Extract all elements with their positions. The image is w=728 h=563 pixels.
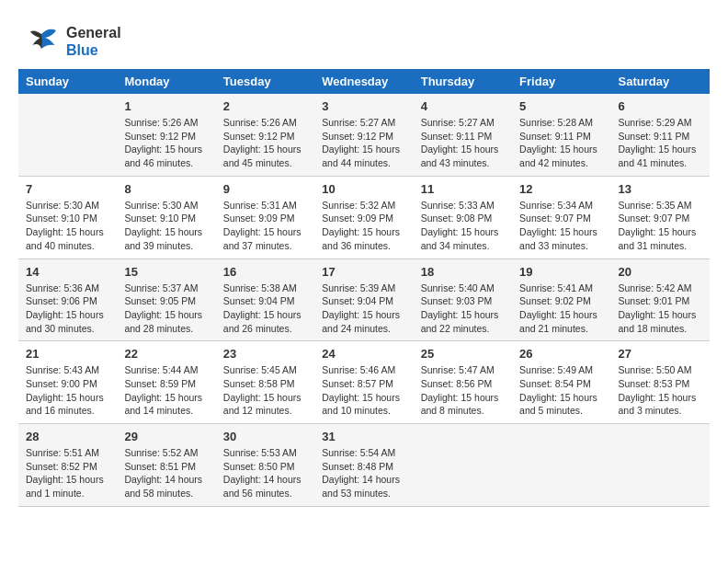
day-number: 31 <box>322 430 405 443</box>
calendar-cell: 18Sunrise: 5:40 AM Sunset: 9:03 PM Dayli… <box>414 259 512 341</box>
day-number: 19 <box>519 265 603 279</box>
day-number: 12 <box>519 182 603 196</box>
day-info: Sunrise: 5:49 AM Sunset: 8:54 PM Dayligh… <box>519 363 603 418</box>
day-info: Sunrise: 5:42 AM Sunset: 9:01 PM Dayligh… <box>619 282 702 336</box>
day-info: Sunrise: 5:47 AM Sunset: 8:56 PM Dayligh… <box>421 363 505 418</box>
calendar-cell: 19Sunrise: 5:41 AM Sunset: 9:02 PM Dayli… <box>512 259 610 341</box>
calendar-cell: 20Sunrise: 5:42 AM Sunset: 9:01 PM Dayli… <box>611 259 710 341</box>
calendar-cell: 8Sunrise: 5:30 AM Sunset: 9:10 PM Daylig… <box>117 176 215 259</box>
calendar-cell: 4Sunrise: 5:27 AM Sunset: 9:11 PM Daylig… <box>414 94 512 176</box>
calendar-cell <box>18 94 117 176</box>
day-info: Sunrise: 5:26 AM Sunset: 9:12 PM Dayligh… <box>124 116 208 170</box>
calendar-cell <box>611 424 710 507</box>
day-info: Sunrise: 5:27 AM Sunset: 9:11 PM Dayligh… <box>421 116 505 170</box>
logo: General Blue <box>18 23 121 60</box>
day-info: Sunrise: 5:30 AM Sunset: 9:10 PM Dayligh… <box>26 199 109 253</box>
day-info: Sunrise: 5:32 AM Sunset: 9:09 PM Dayligh… <box>322 199 405 253</box>
day-info: Sunrise: 5:34 AM Sunset: 9:07 PM Dayligh… <box>519 199 603 253</box>
day-info: Sunrise: 5:33 AM Sunset: 9:08 PM Dayligh… <box>421 199 505 253</box>
day-number: 5 <box>519 99 603 113</box>
calendar-cell: 9Sunrise: 5:31 AM Sunset: 9:09 PM Daylig… <box>216 176 314 259</box>
day-info: Sunrise: 5:46 AM Sunset: 8:57 PM Dayligh… <box>322 363 405 418</box>
day-number: 2 <box>223 99 307 113</box>
calendar-cell: 25Sunrise: 5:47 AM Sunset: 8:56 PM Dayli… <box>414 341 512 424</box>
calendar-cell: 26Sunrise: 5:49 AM Sunset: 8:54 PM Dayli… <box>512 341 610 424</box>
calendar-cell: 31Sunrise: 5:54 AM Sunset: 8:48 PM Dayli… <box>314 424 413 507</box>
calendar-cell: 30Sunrise: 5:53 AM Sunset: 8:50 PM Dayli… <box>216 424 314 507</box>
day-info: Sunrise: 5:28 AM Sunset: 9:11 PM Dayligh… <box>519 116 603 170</box>
calendar-cell: 2Sunrise: 5:26 AM Sunset: 9:12 PM Daylig… <box>216 94 314 176</box>
day-number: 16 <box>223 265 307 279</box>
day-number: 22 <box>124 347 208 361</box>
day-info: Sunrise: 5:39 AM Sunset: 9:04 PM Dayligh… <box>322 282 405 336</box>
day-number: 21 <box>26 347 109 361</box>
day-info: Sunrise: 5:37 AM Sunset: 9:05 PM Dayligh… <box>124 282 208 336</box>
day-info: Sunrise: 5:29 AM Sunset: 9:11 PM Dayligh… <box>619 116 702 170</box>
day-number: 4 <box>421 99 505 113</box>
calendar-cell: 12Sunrise: 5:34 AM Sunset: 9:07 PM Dayli… <box>512 176 610 259</box>
day-info: Sunrise: 5:44 AM Sunset: 8:59 PM Dayligh… <box>124 363 208 418</box>
day-info: Sunrise: 5:54 AM Sunset: 8:48 PM Dayligh… <box>322 446 405 500</box>
day-number: 13 <box>619 182 702 196</box>
calendar-cell: 14Sunrise: 5:36 AM Sunset: 9:06 PM Dayli… <box>18 259 117 341</box>
calendar-cell: 3Sunrise: 5:27 AM Sunset: 9:12 PM Daylig… <box>314 94 413 176</box>
day-number: 9 <box>223 182 307 196</box>
day-number: 24 <box>322 347 405 361</box>
logo-text: General Blue <box>66 24 121 59</box>
day-number: 23 <box>223 347 307 361</box>
weekday-header-row: SundayMondayTuesdayWednesdayThursdayFrid… <box>18 69 710 94</box>
day-number: 18 <box>421 265 505 279</box>
day-number: 6 <box>619 99 702 113</box>
day-number: 14 <box>26 265 109 279</box>
logo-icon <box>18 23 64 60</box>
calendar-week-row: 21Sunrise: 5:43 AM Sunset: 9:00 PM Dayli… <box>18 341 710 424</box>
calendar-cell: 22Sunrise: 5:44 AM Sunset: 8:59 PM Dayli… <box>117 341 215 424</box>
day-info: Sunrise: 5:30 AM Sunset: 9:10 PM Dayligh… <box>124 199 208 253</box>
calendar-cell: 10Sunrise: 5:32 AM Sunset: 9:09 PM Dayli… <box>314 176 413 259</box>
calendar-cell: 15Sunrise: 5:37 AM Sunset: 9:05 PM Dayli… <box>117 259 215 341</box>
day-info: Sunrise: 5:31 AM Sunset: 9:09 PM Dayligh… <box>223 199 307 253</box>
calendar-cell: 6Sunrise: 5:29 AM Sunset: 9:11 PM Daylig… <box>611 94 710 176</box>
day-info: Sunrise: 5:45 AM Sunset: 8:58 PM Dayligh… <box>223 363 307 418</box>
day-number: 17 <box>322 265 405 279</box>
weekday-header-cell: Wednesday <box>314 69 413 94</box>
weekday-header-cell: Saturday <box>611 69 710 94</box>
day-number: 8 <box>124 182 208 196</box>
day-info: Sunrise: 5:27 AM Sunset: 9:12 PM Dayligh… <box>322 116 405 170</box>
day-number: 3 <box>322 99 405 113</box>
calendar-week-row: 28Sunrise: 5:51 AM Sunset: 8:52 PM Dayli… <box>18 424 710 507</box>
calendar-cell: 16Sunrise: 5:38 AM Sunset: 9:04 PM Dayli… <box>216 259 314 341</box>
day-info: Sunrise: 5:51 AM Sunset: 8:52 PM Dayligh… <box>26 446 109 500</box>
calendar-cell: 5Sunrise: 5:28 AM Sunset: 9:11 PM Daylig… <box>512 94 610 176</box>
day-number: 26 <box>519 347 603 361</box>
weekday-header-cell: Sunday <box>18 69 117 94</box>
calendar-cell <box>512 424 610 507</box>
weekday-header-cell: Monday <box>117 69 215 94</box>
calendar-cell: 24Sunrise: 5:46 AM Sunset: 8:57 PM Dayli… <box>314 341 413 424</box>
calendar-cell: 13Sunrise: 5:35 AM Sunset: 9:07 PM Dayli… <box>611 176 710 259</box>
day-number: 25 <box>421 347 505 361</box>
day-info: Sunrise: 5:40 AM Sunset: 9:03 PM Dayligh… <box>421 282 505 336</box>
calendar-cell <box>414 424 512 507</box>
day-number: 30 <box>223 430 307 443</box>
day-number: 20 <box>619 265 702 279</box>
calendar-cell: 27Sunrise: 5:50 AM Sunset: 8:53 PM Dayli… <box>611 341 710 424</box>
day-info: Sunrise: 5:52 AM Sunset: 8:51 PM Dayligh… <box>124 446 208 500</box>
day-info: Sunrise: 5:50 AM Sunset: 8:53 PM Dayligh… <box>619 363 702 418</box>
day-number: 1 <box>124 99 208 113</box>
day-info: Sunrise: 5:36 AM Sunset: 9:06 PM Dayligh… <box>26 282 109 336</box>
calendar-table: SundayMondayTuesdayWednesdayThursdayFrid… <box>18 69 710 507</box>
calendar-cell: 1Sunrise: 5:26 AM Sunset: 9:12 PM Daylig… <box>117 94 215 176</box>
calendar-cell: 7Sunrise: 5:30 AM Sunset: 9:10 PM Daylig… <box>18 176 117 259</box>
day-number: 11 <box>421 182 505 196</box>
day-number: 10 <box>322 182 405 196</box>
day-info: Sunrise: 5:43 AM Sunset: 9:00 PM Dayligh… <box>26 363 109 418</box>
calendar-cell: 23Sunrise: 5:45 AM Sunset: 8:58 PM Dayli… <box>216 341 314 424</box>
calendar-week-row: 7Sunrise: 5:30 AM Sunset: 9:10 PM Daylig… <box>18 176 710 259</box>
weekday-header-cell: Tuesday <box>216 69 314 94</box>
page-header: General Blue <box>18 18 710 60</box>
day-number: 15 <box>124 265 208 279</box>
calendar-cell: 21Sunrise: 5:43 AM Sunset: 9:00 PM Dayli… <box>18 341 117 424</box>
calendar-cell: 29Sunrise: 5:52 AM Sunset: 8:51 PM Dayli… <box>117 424 215 507</box>
calendar-week-row: 1Sunrise: 5:26 AM Sunset: 9:12 PM Daylig… <box>18 94 710 176</box>
